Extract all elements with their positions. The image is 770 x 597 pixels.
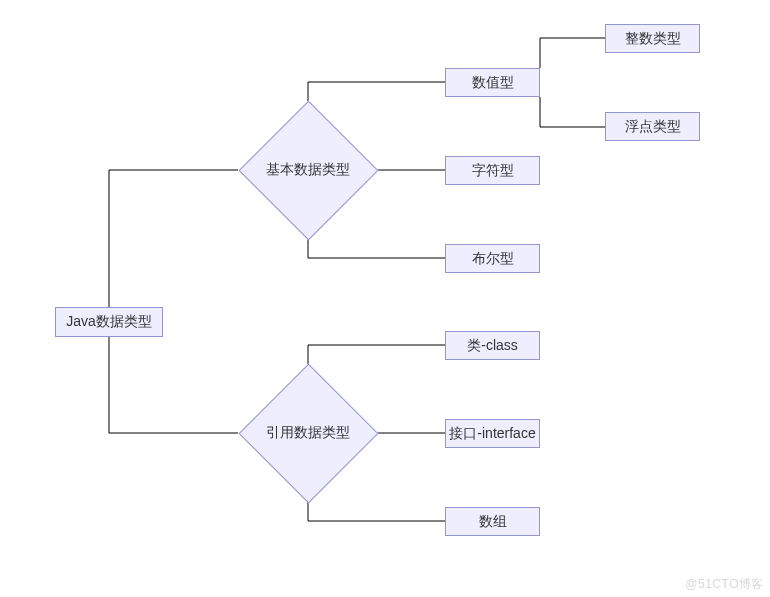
node-float-type: 浮点类型 xyxy=(605,112,700,141)
node-array: 数组 xyxy=(445,507,540,536)
node-reference-data-types: 引用数据类型 xyxy=(238,363,378,503)
watermark: @51CTO博客 xyxy=(685,576,764,593)
node-basic-data-types: 基本数据类型 xyxy=(238,100,378,240)
node-integer-type: 整数类型 xyxy=(605,24,700,53)
diagram-connectors xyxy=(0,0,770,597)
node-bool-type: 布尔型 xyxy=(445,244,540,273)
node-char-type: 字符型 xyxy=(445,156,540,185)
node-numeric-type: 数值型 xyxy=(445,68,540,97)
node-class: 类-class xyxy=(445,331,540,360)
node-basic-data-types-label: 基本数据类型 xyxy=(238,100,378,240)
node-interface: 接口-interface xyxy=(445,419,540,448)
node-java-data-types: Java数据类型 xyxy=(55,307,163,337)
node-reference-data-types-label: 引用数据类型 xyxy=(238,363,378,503)
